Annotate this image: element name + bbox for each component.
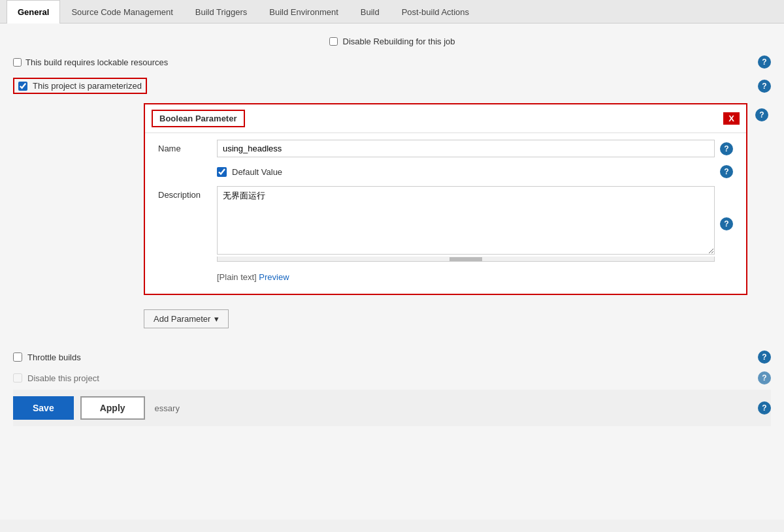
boolean-param-title: Boolean Parameter: [152, 110, 245, 127]
parameterized-checkbox-wrapper: This project is parameterized: [13, 78, 147, 94]
plain-text-label: [Plain text]: [217, 272, 257, 282]
description-textarea[interactable]: 无界面运行: [217, 186, 715, 255]
disable-project-checkbox[interactable]: [13, 373, 22, 383]
name-label: Name: [158, 140, 217, 153]
tab-post-build[interactable]: Post-build Actions: [391, 0, 480, 23]
tab-bar: General Source Code Management Build Tri…: [0, 0, 784, 23]
action-bar-help-icon[interactable]: ?: [758, 401, 771, 415]
lockable-resources-help-icon[interactable]: ?: [758, 55, 771, 69]
parameterized-help-icon[interactable]: ?: [758, 80, 771, 93]
parameterized-label: This project is parameterized: [33, 81, 142, 91]
tab-triggers[interactable]: Build Triggers: [184, 0, 258, 23]
add-parameter-arrow-icon: ▾: [214, 314, 219, 324]
disable-project-label: Disable this project: [27, 373, 99, 383]
throttle-builds-row: Throttle builds ?: [13, 351, 771, 364]
tab-environment[interactable]: Build Environment: [258, 0, 350, 23]
description-field-row: Description 无界面运行 ?: [158, 186, 733, 262]
tab-build[interactable]: Build: [350, 0, 391, 23]
boolean-param-close-button[interactable]: X: [723, 112, 740, 125]
lockable-resources-checkbox[interactable]: [13, 58, 22, 67]
boolean-param-outer: Boolean Parameter X Name ?: [13, 103, 771, 344]
description-help-icon[interactable]: ?: [720, 217, 733, 230]
partial-text: essary: [155, 403, 180, 413]
disable-rebuilding-checkbox[interactable]: [329, 37, 338, 46]
throttle-builds-label: Throttle builds: [27, 352, 81, 362]
name-control: [217, 140, 715, 157]
name-input[interactable]: [217, 140, 715, 157]
tab-general[interactable]: General: [7, 0, 60, 23]
lockable-resources-row: This build requires lockable resources ?: [13, 55, 771, 69]
disable-rebuilding-row: Disable Rebuilding for this job: [13, 37, 771, 46]
default-value-inner: Default Value: [217, 167, 715, 177]
apply-button[interactable]: Apply: [80, 396, 145, 420]
throttle-builds-checkbox[interactable]: [13, 352, 22, 362]
disable-rebuilding-inner: Disable Rebuilding for this job: [329, 37, 455, 46]
name-field-row: Name ?: [158, 140, 733, 157]
disable-project-row: Disable this project ?: [13, 371, 771, 384]
default-value-label: Default Value: [232, 167, 282, 177]
action-bar: Save Apply essary ?: [13, 390, 771, 426]
description-label: Description: [158, 186, 217, 200]
add-param-wrapper: Add Parameter ▾: [144, 303, 747, 337]
boolean-param-fields: Name ? Default Value ?: [145, 133, 746, 294]
throttle-builds-help-icon[interactable]: ?: [758, 351, 771, 364]
default-value-checkbox[interactable]: [217, 167, 227, 177]
boolean-param-section: Boolean Parameter X Name ?: [144, 103, 747, 344]
tab-scm[interactable]: Source Code Management: [60, 0, 184, 23]
preview-line: [Plain text] Preview: [158, 270, 733, 287]
boolean-param-outer-help-icon[interactable]: ?: [755, 108, 768, 121]
disable-project-help-icon[interactable]: ?: [758, 371, 771, 384]
lockable-resources-label: This build requires lockable resources: [25, 57, 168, 67]
default-value-row: Default Value ?: [158, 165, 733, 178]
parameterized-checkbox[interactable]: [18, 82, 27, 91]
preview-link[interactable]: Preview: [259, 272, 289, 282]
default-value-help-icon[interactable]: ?: [720, 165, 733, 178]
parameterized-section-row: This project is parameterized ?: [13, 78, 771, 94]
main-content: Disable Rebuilding for this job This bui…: [0, 23, 784, 520]
save-button[interactable]: Save: [13, 396, 74, 420]
add-parameter-button[interactable]: Add Parameter ▾: [144, 309, 229, 328]
add-parameter-label: Add Parameter: [154, 314, 210, 324]
boolean-param-header: Boolean Parameter X: [145, 104, 746, 133]
description-control: 无界面运行: [217, 186, 715, 262]
disable-rebuilding-label: Disable Rebuilding for this job: [343, 37, 455, 46]
left-spacer: [13, 103, 144, 344]
name-help-icon[interactable]: ?: [720, 142, 733, 155]
boolean-param-side-help: ?: [747, 103, 771, 344]
boolean-param-box: Boolean Parameter X Name ?: [144, 103, 747, 295]
